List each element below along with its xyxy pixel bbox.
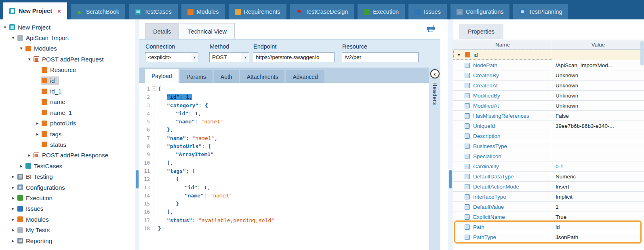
code-line[interactable]: 16],	[139, 208, 429, 216]
scrollbar-thumb[interactable]	[640, 41, 644, 66]
expander-expanded-icon[interactable]: ▾	[2, 25, 8, 30]
tree-item-bi-testing[interactable]: ▸▥BI-Testing	[0, 171, 135, 182]
expander-expanded-icon[interactable]: ▾	[18, 46, 25, 51]
expander-collapsed-icon[interactable]: ▸	[10, 206, 17, 211]
expander-expanded-icon[interactable]: ▾	[456, 52, 462, 57]
property-row-uniqueid[interactable]: UniqueId39ee7b6b-86b3-e340-...	[453, 121, 644, 131]
resource-input[interactable]: /v2/pet	[342, 52, 419, 62]
code-line[interactable]: 15}	[139, 200, 429, 208]
payload-editor[interactable]: 1−{2"id": 1,3"category": {4"id": 1,5"nam…	[139, 83, 429, 250]
expander-collapsed-icon[interactable]: ▸	[10, 217, 17, 222]
splitter-grip-icon[interactable]	[449, 170, 452, 189]
expander-collapsed-icon[interactable]: ▸	[18, 163, 25, 169]
code-line[interactable]: 18}	[139, 225, 429, 233]
tab-attachments[interactable]: Attachments	[240, 70, 285, 83]
code-line[interactable]: 13"id": 1,	[139, 184, 429, 192]
top-tab-execution[interactable]: Execution	[358, 4, 405, 19]
tree-item-id[interactable]: id	[0, 75, 135, 86]
code-line[interactable]: 12{	[139, 175, 429, 183]
tree-item-id-1[interactable]: id_1	[0, 86, 135, 96]
expander-collapsed-icon[interactable]: ▸	[34, 121, 41, 126]
code-line[interactable]: 9"ArrayItem1"	[139, 150, 429, 159]
property-row-pathtype[interactable]: PathTypeJsonPath	[453, 232, 644, 242]
property-row-businesstype[interactable]: BusinessType	[453, 141, 644, 151]
code-line[interactable]: 6},	[139, 126, 429, 134]
tree-item-post-addpet-request[interactable]: ▾▦POST addPet Request	[0, 54, 135, 64]
tree-item-modules[interactable]: ▸Modules	[0, 214, 135, 225]
chevron-down-icon[interactable]: ▾	[242, 53, 249, 62]
tab-properties[interactable]: Properties	[459, 24, 503, 39]
tab-details[interactable]: Details	[145, 23, 179, 39]
expander-collapsed-icon[interactable]: ▸	[10, 174, 17, 179]
top-tab-configurations[interactable]: ≡Configurations	[450, 4, 510, 19]
column-header-value[interactable]: Value	[552, 40, 644, 49]
tab-advanced[interactable]: Advanced	[286, 70, 324, 83]
tree-item-apiscan-import[interactable]: ▾ApiScan_Import	[0, 32, 135, 43]
collapse-box-icon[interactable]: −	[152, 87, 156, 91]
property-row-cardinality[interactable]: Cardinality0-1	[453, 161, 644, 172]
tree-item-my-tests[interactable]: ▸My Tests	[0, 225, 135, 235]
endpoint-input[interactable]: https://petstore.swagger.io	[253, 52, 335, 62]
expander-collapsed-icon[interactable]: ▸	[26, 153, 33, 158]
close-icon[interactable]: ×	[57, 8, 61, 15]
tab-payload[interactable]: Payload	[145, 69, 179, 83]
expander-expanded-icon[interactable]: ▾	[26, 57, 33, 62]
top-tab-new-project[interactable]: ▦New Project×	[3, 2, 67, 19]
top-tab-scratchbook[interactable]: ▶ScratchBook	[71, 4, 125, 19]
property-row-modifiedby[interactable]: ModifiedByUnknown	[453, 91, 644, 101]
code-line[interactable]: 2"id": 1,	[139, 93, 429, 101]
expander-collapsed-icon[interactable]: ▸	[34, 131, 41, 137]
property-row-hasmissingreferences[interactable]: HasMissingReferencesFalse	[453, 111, 644, 121]
tab-technical-view[interactable]: Technical View	[180, 23, 235, 39]
top-tab-issues[interactable]: Issues	[408, 4, 447, 19]
tree-item-execution[interactable]: ▸Execution	[0, 193, 135, 203]
top-tab-testplanning[interactable]: ▦TestPlanning	[513, 4, 568, 19]
code-line[interactable]: 17"status": "available;pending;sold"	[139, 216, 429, 225]
expander-collapsed-icon[interactable]: ▸	[10, 238, 17, 244]
property-row-createdby[interactable]: CreatedByUnknown	[453, 70, 644, 81]
top-tab-requirements[interactable]: Requirements	[229, 4, 286, 19]
splitter-grip-icon[interactable]	[136, 170, 139, 189]
method-select[interactable]: POST ▾	[209, 52, 249, 62]
tree-item-tags[interactable]: ▸tags	[0, 129, 135, 139]
expand-panel-button[interactable]: ‹	[430, 69, 440, 78]
property-row-defaultvalue[interactable]: DefaultValue1	[453, 202, 644, 212]
code-line[interactable]: 10],	[139, 159, 429, 167]
tab-params[interactable]: Params	[180, 70, 213, 83]
tree-item-testcases[interactable]: ▸TestCases	[0, 161, 135, 171]
property-row-path[interactable]: Pathid	[453, 222, 644, 232]
code-line[interactable]: 7"name": "name1",	[139, 134, 429, 142]
expander-collapsed-icon[interactable]: ▸	[10, 195, 17, 201]
expander-expanded-icon[interactable]: ▾	[10, 35, 17, 40]
tree-item-name-1[interactable]: name_1	[0, 107, 135, 118]
property-row-modifiedat[interactable]: ModifiedAtUnknown	[453, 101, 644, 111]
property-row-nodepath[interactable]: NodePath/ApiScan_Import/Mod...	[453, 60, 644, 70]
code-line[interactable]: 14"name": "name1"	[139, 192, 429, 200]
tab-auth[interactable]: Auth	[214, 70, 239, 83]
tree-item-reporting[interactable]: ▸▤Reporting	[0, 235, 135, 246]
property-row-interfacetype[interactable]: InterfaceTypeImplicit	[453, 192, 644, 202]
property-row-id[interactable]: ▾id	[453, 50, 644, 60]
tree-item-configurations[interactable]: ▸≡Configurations	[0, 182, 135, 193]
tree-item-status[interactable]: status	[0, 139, 135, 150]
code-line[interactable]: 4"id": 1,	[139, 110, 429, 118]
code-line[interactable]: 11"tags": [	[139, 167, 429, 175]
chevron-down-icon[interactable]: ▾	[191, 53, 198, 62]
right-splitter[interactable]	[448, 19, 453, 250]
top-tab-modules[interactable]: Modules	[181, 4, 225, 19]
left-splitter[interactable]	[135, 19, 139, 250]
expander-collapsed-icon[interactable]: ▸	[10, 227, 17, 233]
property-row-createdat[interactable]: CreatedAtUnknown	[453, 81, 644, 91]
column-header-name[interactable]: Name	[453, 40, 552, 49]
top-tab-testcasedesign[interactable]: ⚑TestCaseDesign	[290, 4, 354, 19]
print-icon[interactable]	[427, 25, 435, 32]
code-line[interactable]: 1−{	[139, 85, 429, 93]
top-tab-testcases[interactable]: ▤TestCases	[129, 4, 178, 19]
headers-tab[interactable]: Headers	[432, 83, 438, 105]
property-row-specialicon[interactable]: SpecialIcon	[453, 151, 644, 161]
code-line[interactable]: 3"category": {	[139, 102, 429, 110]
property-row-explicitname[interactable]: ExplicitNameTrue	[453, 212, 644, 222]
tree-item-name[interactable]: name	[0, 97, 135, 107]
tree-item-modules[interactable]: ▾Modules	[0, 43, 135, 54]
tree-item-post-addpet-response[interactable]: ▸▦POST addPet Response	[0, 150, 135, 161]
